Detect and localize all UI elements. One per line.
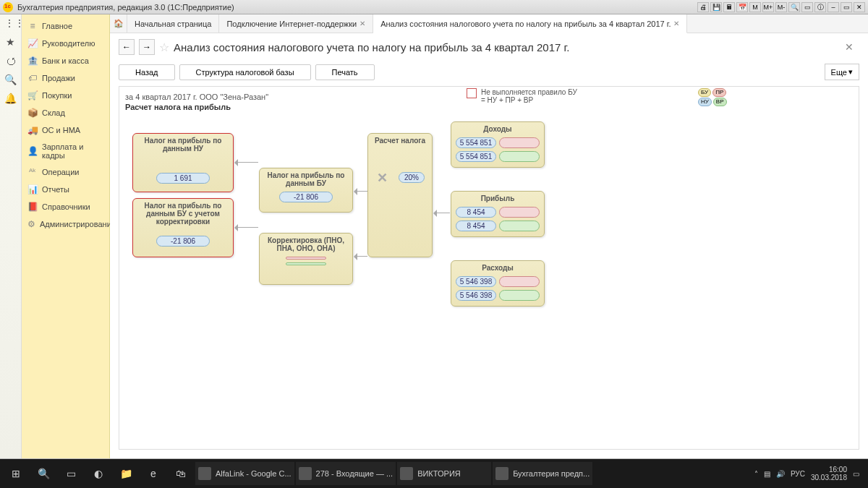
sidebar-item-purchases[interactable]: 🛒Покупки bbox=[22, 87, 109, 104]
structure-button[interactable]: Структура налоговой базы bbox=[179, 64, 311, 80]
notifications-icon[interactable]: ▭ bbox=[853, 470, 859, 478]
favorite-icon[interactable]: ☆ bbox=[159, 40, 169, 54]
close-button[interactable]: ✕ bbox=[854, 2, 865, 12]
block-tax-bu[interactable]: Налог на прибыль по данным БУ -21 806 bbox=[259, 168, 353, 213]
close-icon[interactable]: ✕ bbox=[359, 20, 365, 27]
block-calc[interactable]: Расчет налога ✕ 20% bbox=[367, 133, 433, 257]
more-label: Еще bbox=[831, 68, 847, 77]
legend-badges: БУПР НУВР bbox=[698, 88, 727, 106]
sidebar-item-sales[interactable]: 🏷Продажи bbox=[22, 69, 109, 87]
m-minus-icon[interactable]: M- bbox=[775, 2, 787, 12]
sidebar-item-main[interactable]: ≡Главное bbox=[22, 17, 109, 35]
value-pill: 5 546 398 bbox=[456, 290, 496, 301]
search-button[interactable]: 🔍 bbox=[30, 462, 56, 485]
taskbar-item[interactable]: ВИКТОРИЯ bbox=[397, 462, 491, 485]
sidebar-item-label: Справочники bbox=[42, 202, 90, 211]
sidebar-item-manager[interactable]: 📈Руководителю bbox=[22, 35, 109, 52]
store-icon[interactable]: 🛍 bbox=[168, 462, 194, 485]
search-icon[interactable]: 🔍 bbox=[788, 2, 800, 12]
empty-pill bbox=[286, 257, 326, 260]
value-pill: 1 691 bbox=[156, 173, 210, 184]
sidebar-item-directories[interactable]: 📕Справочники bbox=[22, 198, 109, 215]
taskbar-item[interactable]: 278 - Входящие — ... bbox=[296, 462, 396, 485]
nav-back-button[interactable]: ← bbox=[119, 39, 135, 55]
page-header: ← → ☆ Анализ состояния налогового учета … bbox=[110, 33, 868, 61]
sidebar-item-admin[interactable]: ⚙Администрирование bbox=[22, 215, 109, 233]
close-icon[interactable]: ✕ bbox=[673, 20, 679, 27]
truck-icon: 🚚 bbox=[27, 125, 38, 135]
tray-up-icon[interactable]: ˄ bbox=[754, 470, 758, 478]
star-icon[interactable]: ★ bbox=[4, 36, 17, 49]
taskbar-item[interactable]: Бухгалтерия предп... bbox=[493, 462, 592, 485]
volume-icon[interactable]: 🔊 bbox=[776, 470, 785, 478]
page-title: Анализ состояния налогового учета по нал… bbox=[174, 41, 569, 53]
block-title: Прибыль bbox=[451, 192, 544, 205]
network-icon[interactable]: ▤ bbox=[764, 470, 770, 478]
badge-vr: ВР bbox=[713, 98, 727, 106]
nav-forward-button[interactable]: → bbox=[139, 39, 155, 55]
search-icon[interactable]: 🔍 bbox=[4, 74, 17, 87]
window-icon[interactable]: ▭ bbox=[801, 2, 813, 12]
block-profit[interactable]: Прибыль 8 454 8 454 bbox=[451, 191, 545, 237]
edge-icon[interactable]: e bbox=[140, 462, 166, 485]
multiply-icon: ✕ bbox=[377, 170, 388, 186]
sidebar-item-warehouse[interactable]: 📦Склад bbox=[22, 104, 109, 121]
sidebar-item-assets[interactable]: 🚚ОС и НМА bbox=[22, 121, 109, 139]
lang-indicator[interactable]: РУС bbox=[791, 470, 805, 478]
browser-icon[interactable]: ◐ bbox=[85, 462, 111, 485]
calc-icon[interactable]: 🖩 bbox=[723, 2, 735, 12]
back-button[interactable]: Назад bbox=[119, 64, 175, 80]
clock[interactable]: 16:00 30.03.2018 bbox=[811, 466, 847, 481]
gear-icon: ⚙ bbox=[27, 219, 35, 229]
block-title: Налог на прибыль по данным НУ bbox=[133, 134, 233, 155]
block-income[interactable]: Доходы 5 554 851 5 554 851 bbox=[451, 121, 545, 168]
window-buttons: 🖨 💾 🖩 📅 M M+ M- 🔍 ▭ ⓘ – ▭ ✕ bbox=[697, 2, 865, 12]
block-expense[interactable]: Расходы 5 546 398 5 546 398 bbox=[451, 260, 545, 307]
block-tax-nu[interactable]: Налог на прибыль по данным НУ 1 691 bbox=[132, 133, 234, 192]
tab-home[interactable]: Начальная страница bbox=[127, 14, 219, 33]
start-button[interactable]: ⊞ bbox=[3, 462, 29, 485]
value-pill: 5 554 851 bbox=[456, 137, 496, 148]
explorer-icon[interactable]: 📁 bbox=[113, 462, 139, 485]
sidebar-item-label: Продажи bbox=[42, 74, 75, 82]
sidebar-item-operations[interactable]: ᴬᵏОперации bbox=[22, 163, 109, 181]
tab-label: Анализ состояния налогового учета по нал… bbox=[380, 20, 671, 28]
legend: Не выполняется правило БУ = НУ + ПР + ВР bbox=[467, 88, 582, 104]
block-title: Расчет налога bbox=[368, 134, 432, 147]
maximize-button[interactable]: ▭ bbox=[841, 2, 852, 12]
sidebar-item-label: Руководителю bbox=[42, 39, 95, 48]
badge-nu: НУ bbox=[698, 98, 712, 106]
history-icon[interactable]: ⭯ bbox=[4, 55, 17, 68]
report-icon: 📊 bbox=[27, 184, 38, 194]
window-title: Бухгалтерия предприятия, редакция 3.0 (1… bbox=[17, 3, 697, 12]
sidebar-item-salary[interactable]: 👤Зарплата и кадры bbox=[22, 139, 109, 163]
apps-icon[interactable]: ⋮⋮⋮ bbox=[4, 17, 17, 30]
main-area: 🏠 Начальная страница Подключение Интерне… bbox=[110, 14, 868, 458]
minimize-button[interactable]: – bbox=[827, 2, 839, 12]
home-tab-icon[interactable]: 🏠 bbox=[110, 14, 127, 33]
clock-time: 16:00 bbox=[811, 466, 847, 474]
print-button[interactable]: Печать bbox=[315, 64, 375, 80]
save-icon[interactable]: 💾 bbox=[710, 2, 722, 12]
sidebar-item-bank[interactable]: 🏦Банк и касса bbox=[22, 52, 109, 69]
taskbar-item[interactable]: AlfaLink - Google C... bbox=[195, 462, 294, 485]
page-close-button[interactable]: ✕ bbox=[839, 41, 859, 53]
taskbar-label: Бухгалтерия предп... bbox=[513, 469, 590, 478]
sidebar-item-label: Склад bbox=[42, 108, 65, 117]
block-title: Корректировка (ПНО, ПНА, ОНО, ОНА) bbox=[260, 234, 352, 255]
task-view-button[interactable]: ▭ bbox=[58, 462, 84, 485]
legend-text: Не выполняется правило БУ = НУ + ПР + ВР bbox=[481, 88, 582, 104]
more-button[interactable]: Еще▾ bbox=[825, 64, 859, 80]
block-tax-bu-corr[interactable]: Налог на прибыль по данным БУ с учетом к… bbox=[132, 198, 234, 257]
chart-icon: 📈 bbox=[27, 38, 38, 48]
tab-support[interactable]: Подключение Интернет-поддержки✕ bbox=[219, 14, 373, 33]
info-icon[interactable]: ⓘ bbox=[814, 2, 826, 12]
print-icon[interactable]: 🖨 bbox=[697, 2, 709, 12]
block-correction[interactable]: Корректировка (ПНО, ПНА, ОНО, ОНА) bbox=[259, 233, 353, 285]
sidebar-item-reports[interactable]: 📊Отчеты bbox=[22, 181, 109, 198]
m-icon[interactable]: M bbox=[749, 2, 761, 12]
bell-icon[interactable]: 🔔 bbox=[4, 93, 17, 106]
calendar-icon[interactable]: 📅 bbox=[736, 2, 748, 12]
tab-analysis[interactable]: Анализ состояния налогового учета по нал… bbox=[373, 14, 687, 33]
m-plus-icon[interactable]: M+ bbox=[762, 2, 774, 12]
